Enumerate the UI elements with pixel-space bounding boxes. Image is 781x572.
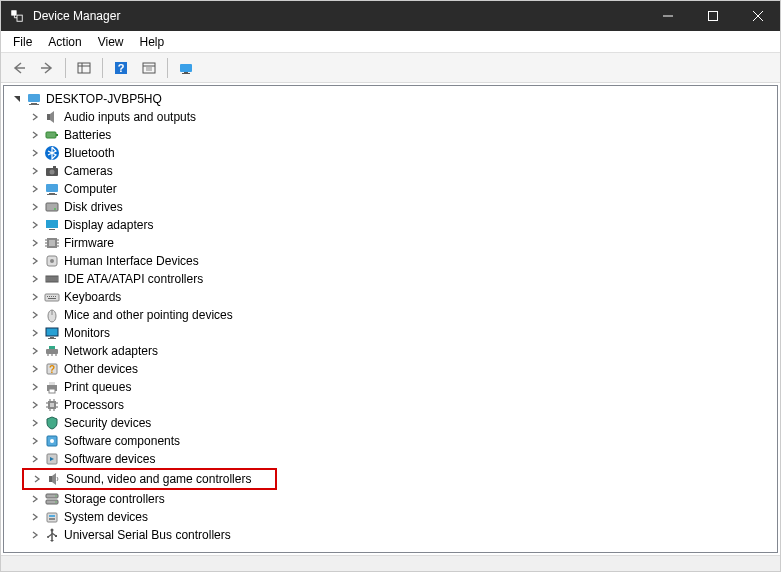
display-icon bbox=[44, 217, 60, 233]
collapse-icon[interactable] bbox=[10, 92, 24, 106]
titlebar: Device Manager bbox=[1, 1, 780, 31]
svg-rect-0 bbox=[12, 11, 16, 15]
security-icon bbox=[44, 415, 60, 431]
category-bluetooth[interactable]: Bluetooth bbox=[4, 144, 777, 162]
speaker-icon bbox=[44, 109, 60, 125]
menu-view[interactable]: View bbox=[90, 33, 132, 51]
expand-icon[interactable] bbox=[28, 272, 42, 286]
expand-icon[interactable] bbox=[28, 110, 42, 124]
category-label: Monitors bbox=[64, 326, 110, 340]
tree-root[interactable]: DESKTOP-JVBP5HQ bbox=[4, 90, 777, 108]
category-label: Software devices bbox=[64, 452, 155, 466]
expand-icon[interactable] bbox=[28, 236, 42, 250]
svg-rect-17 bbox=[180, 64, 192, 72]
category-ide[interactable]: IDE ATA/ATAPI controllers bbox=[4, 270, 777, 288]
maximize-button[interactable] bbox=[690, 1, 735, 31]
category-display[interactable]: Display adapters bbox=[4, 216, 777, 234]
toolbar-separator bbox=[65, 58, 66, 78]
bluetooth-icon bbox=[44, 145, 60, 161]
expand-icon[interactable] bbox=[28, 128, 42, 142]
category-network[interactable]: Network adapters bbox=[4, 342, 777, 360]
category-storage[interactable]: Storage controllers bbox=[4, 490, 777, 508]
expand-icon[interactable] bbox=[28, 326, 42, 340]
help-button[interactable]: ? bbox=[109, 56, 133, 80]
category-label: Other devices bbox=[64, 362, 138, 376]
disk-icon bbox=[44, 199, 60, 215]
expand-icon[interactable] bbox=[28, 182, 42, 196]
minimize-button[interactable] bbox=[645, 1, 690, 31]
forward-button[interactable] bbox=[35, 56, 59, 80]
expand-icon[interactable] bbox=[28, 308, 42, 322]
category-security[interactable]: Security devices bbox=[4, 414, 777, 432]
mouse-icon bbox=[44, 307, 60, 323]
close-button[interactable] bbox=[735, 1, 780, 31]
expand-icon[interactable] bbox=[28, 344, 42, 358]
show-hide-console-tree-button[interactable] bbox=[72, 56, 96, 80]
device-tree[interactable]: DESKTOP-JVBP5HQ Audio inputs and outputs… bbox=[3, 85, 778, 553]
category-softdev[interactable]: Software devices bbox=[4, 450, 777, 468]
network-icon bbox=[44, 343, 60, 359]
expand-icon[interactable] bbox=[28, 434, 42, 448]
category-disk[interactable]: Disk drives bbox=[4, 198, 777, 216]
category-other[interactable]: Other devices bbox=[4, 360, 777, 378]
expand-icon[interactable] bbox=[30, 472, 44, 486]
category-keyboard[interactable]: Keyboards bbox=[4, 288, 777, 306]
expand-icon[interactable] bbox=[28, 218, 42, 232]
camera-icon bbox=[44, 163, 60, 179]
toolbar-separator bbox=[167, 58, 168, 78]
expand-icon[interactable] bbox=[28, 200, 42, 214]
category-printer[interactable]: Print queues bbox=[4, 378, 777, 396]
battery-icon bbox=[44, 127, 60, 143]
expand-icon[interactable] bbox=[28, 254, 42, 268]
other-icon bbox=[44, 361, 60, 377]
category-label: Batteries bbox=[64, 128, 111, 142]
window-controls bbox=[645, 1, 780, 31]
properties-button[interactable] bbox=[137, 56, 161, 80]
category-label: Security devices bbox=[64, 416, 151, 430]
category-computer[interactable]: Computer bbox=[4, 180, 777, 198]
category-monitor[interactable]: Monitors bbox=[4, 324, 777, 342]
softdev-icon bbox=[44, 451, 60, 467]
expand-icon[interactable] bbox=[28, 146, 42, 160]
expand-icon[interactable] bbox=[28, 510, 42, 524]
highlighted-category: Sound, video and game controllers bbox=[22, 468, 277, 490]
expand-icon[interactable] bbox=[28, 362, 42, 376]
system-icon bbox=[44, 509, 60, 525]
expand-icon[interactable] bbox=[28, 398, 42, 412]
computer-icon bbox=[26, 91, 42, 107]
category-speaker[interactable]: Audio inputs and outputs bbox=[4, 108, 777, 126]
category-system[interactable]: System devices bbox=[4, 508, 777, 526]
category-label: Universal Serial Bus controllers bbox=[64, 528, 231, 542]
menu-action[interactable]: Action bbox=[40, 33, 89, 51]
softcomp-icon bbox=[44, 433, 60, 449]
scan-hardware-button[interactable] bbox=[174, 56, 198, 80]
category-mouse[interactable]: Mice and other pointing devices bbox=[4, 306, 777, 324]
expand-icon[interactable] bbox=[28, 528, 42, 542]
category-label: Bluetooth bbox=[64, 146, 115, 160]
toolbar: ? bbox=[1, 53, 780, 83]
category-usb[interactable]: Universal Serial Bus controllers bbox=[4, 526, 777, 544]
cpu-icon bbox=[44, 397, 60, 413]
category-label: Cameras bbox=[64, 164, 113, 178]
category-label: Audio inputs and outputs bbox=[64, 110, 196, 124]
expand-icon[interactable] bbox=[28, 290, 42, 304]
printer-icon bbox=[44, 379, 60, 395]
expand-icon[interactable] bbox=[28, 380, 42, 394]
category-battery[interactable]: Batteries bbox=[4, 126, 777, 144]
svg-rect-5 bbox=[708, 12, 717, 21]
category-camera[interactable]: Cameras bbox=[4, 162, 777, 180]
category-firmware[interactable]: Firmware bbox=[4, 234, 777, 252]
menu-help[interactable]: Help bbox=[132, 33, 173, 51]
expand-icon[interactable] bbox=[28, 164, 42, 178]
category-softcomp[interactable]: Software components bbox=[4, 432, 777, 450]
category-hid[interactable]: Human Interface Devices bbox=[4, 252, 777, 270]
category-label: Storage controllers bbox=[64, 492, 165, 506]
menu-file[interactable]: File bbox=[5, 33, 40, 51]
back-button[interactable] bbox=[7, 56, 31, 80]
category-cpu[interactable]: Processors bbox=[4, 396, 777, 414]
expand-icon[interactable] bbox=[28, 492, 42, 506]
expand-icon[interactable] bbox=[28, 416, 42, 430]
expand-icon[interactable] bbox=[28, 452, 42, 466]
category-sound[interactable]: Sound, video and game controllers bbox=[30, 470, 251, 488]
category-label: IDE ATA/ATAPI controllers bbox=[64, 272, 203, 286]
